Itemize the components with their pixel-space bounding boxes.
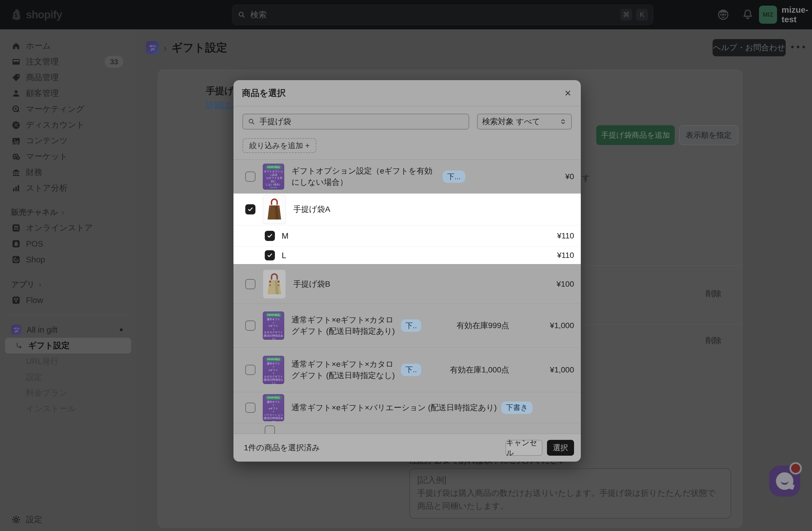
global-search-input[interactable] [250, 10, 616, 20]
product-row[interactable]: DEMO商品 通常ギフト × eギフト × カタログギフト (配送日時指定なし)… [233, 347, 581, 392]
store-avatar[interactable]: MIZ [759, 6, 777, 24]
cancel-button[interactable]: キャンセル [506, 440, 542, 456]
modal-footer: 1件の商品を選択済み キャンセル 選択 [233, 434, 581, 462]
chat-bubble-icon [776, 472, 793, 490]
sort-order-button[interactable]: 表示順を指定 [679, 125, 738, 145]
sidebar-item-markets[interactable]: $ マーケット [0, 149, 136, 165]
product-row[interactable]: DEMO商品 ギフトオプション設定 （eギフトを有効に しない場合） ギフトオプ… [233, 160, 581, 194]
product-thumbnail: DEMO商品 ギフトオプション設定 （eギフトを有効に しない場合） [263, 164, 284, 190]
sidebar-item-home[interactable]: ホーム [0, 38, 136, 54]
draft-badge: 下.. [401, 364, 421, 376]
shopify-bag-icon [11, 8, 23, 21]
search-scope-select[interactable]: 検索対象 すべて [477, 114, 572, 129]
shopify-wordmark: shopify [26, 9, 62, 21]
checkbox-checked[interactable] [265, 231, 275, 241]
variant-label: L [282, 251, 286, 260]
stock-text: 有効在庫999点 [456, 320, 509, 331]
sidebar-item-pricing-plan[interactable]: 料金プラン [0, 385, 136, 401]
shopify-logo[interactable]: shopify [11, 0, 62, 29]
add-filter-button[interactable]: 絞り込みを追加 + [243, 138, 316, 153]
product-thumbnail: DEMO商品 通常ギフト × eギフト × カタログギフト (配送日時指定あり) [263, 311, 284, 340]
notifications-bell-icon[interactable] [741, 9, 754, 21]
checkbox-unchecked[interactable] [245, 365, 256, 375]
help-contact-button[interactable]: ヘルプ・お問合わせ [712, 39, 786, 56]
draft-badge: 下.. [401, 319, 421, 332]
sidebar-item-discounts[interactable]: ディスカウント [0, 117, 136, 133]
select-chevrons-icon [560, 118, 567, 125]
product-row[interactable]: 手提げ袋B ¥100 [233, 264, 581, 304]
selected-count: 1件の商品を選択済み [244, 443, 320, 453]
sidebar-item-online-store[interactable]: オンラインストア [0, 220, 136, 236]
checkbox-checked[interactable] [265, 250, 275, 261]
product-title: 手提げ袋B [293, 279, 330, 290]
sidebar-item-settings[interactable]: 設定 [0, 512, 136, 528]
sidebar-item-url-issue[interactable]: URL発行 [0, 353, 136, 369]
sidebar-item-app-settings[interactable]: 設定 [0, 369, 136, 385]
modal-search-input[interactable] [259, 117, 464, 126]
sidebar-item-all-in-gift[interactable]: All ingift All in gift [0, 322, 136, 338]
draft-badge: 下書き [501, 402, 533, 414]
sidebar-item-install[interactable]: インストール [0, 401, 136, 417]
close-icon[interactable]: ✕ [561, 86, 575, 100]
variant-row[interactable]: L ¥110 [233, 246, 581, 264]
sidebar-item-analytics[interactable]: ストア分析 [0, 180, 136, 196]
variant-row[interactable]: M ¥110 [233, 225, 581, 246]
checkbox-unchecked[interactable] [265, 425, 275, 434]
checkbox-unchecked[interactable] [245, 279, 256, 289]
clipped-background-text: す [582, 173, 590, 183]
checkbox-unchecked[interactable] [245, 171, 256, 182]
product-row[interactable]: DEMO商品 通常ギフト × eギフト × カタログギフト (配送日時指定あり)… [233, 304, 581, 347]
checkbox-unchecked[interactable] [245, 321, 256, 331]
chevron-right-icon: › [39, 280, 41, 289]
global-search[interactable]: ⌘ K [232, 4, 653, 25]
add-bag-product-button[interactable]: 手提げ袋商品を追加 [596, 125, 675, 145]
cmd-keycap: ⌘ [620, 9, 632, 20]
select-button[interactable]: 選択 [547, 440, 574, 456]
home-icon [11, 41, 21, 51]
product-price: ¥0 [565, 172, 574, 181]
sidebar-item-flow[interactable]: Flow [0, 292, 136, 308]
store-name[interactable]: mizue-test [782, 0, 812, 29]
variant-label: M [282, 232, 288, 241]
sales-channels-header[interactable]: 販売チャネル › [0, 204, 136, 220]
delete-link[interactable]: 削除 [706, 335, 722, 346]
pos-icon [11, 239, 21, 249]
sidebar-item-finance[interactable]: 財務 [0, 165, 136, 180]
breadcrumb-app-icon[interactable]: All ingift [146, 41, 159, 54]
target-icon [11, 104, 21, 114]
sidebar-nav: ホーム 注文管理 33 商品管理 顧客管理 マーケティング ディスカウント コン… [0, 29, 136, 531]
person-icon [11, 88, 21, 98]
product-title: ギフトオプション設定（eギフトを有効にしない場合） [291, 165, 438, 188]
product-thumbnail [263, 195, 286, 224]
bag-image [266, 273, 282, 295]
modal-search-field[interactable] [243, 114, 469, 129]
product-row[interactable]: DEMO商品 通常ギフト × eギフト × バリエーション (配送日時指定あり)… [233, 392, 581, 423]
delete-link[interactable]: 削除 [706, 288, 722, 299]
checkbox-unchecked[interactable] [245, 403, 256, 413]
orders-count-badge: 33 [105, 56, 124, 68]
sidebar-item-pos[interactable]: POS [0, 236, 136, 252]
product-thumbnail: DEMO商品 通常ギフト × eギフト × バリエーション (配送日時指定あり) [263, 394, 284, 421]
product-price: ¥100 [556, 280, 574, 289]
sidebar-item-marketing[interactable]: マーケティング [0, 101, 136, 117]
orders-icon [11, 57, 21, 67]
product-row-selected[interactable]: 手提げ袋A [233, 194, 581, 225]
all-in-gift-app-icon: All ingift [11, 325, 21, 335]
gear-icon [11, 515, 21, 525]
stock-text: 有効在庫1,000点 [450, 365, 509, 375]
note-textarea[interactable] [409, 469, 731, 519]
checkbox-checked[interactable] [245, 204, 256, 214]
product-price: ¥1,000 [509, 365, 574, 374]
product-title: 通常ギフト×eギフト×カタログギフト (配送日時指定なし) [291, 359, 396, 381]
apps-header[interactable]: アプリ › [0, 277, 136, 292]
sidebar-item-content[interactable]: コンテンツ [0, 133, 136, 149]
sidebar-item-products[interactable]: 商品管理 [0, 70, 136, 85]
sidebar-item-customers[interactable]: 顧客管理 [0, 85, 136, 101]
product-row-partial[interactable] [233, 423, 581, 434]
more-actions-button[interactable] [791, 46, 805, 48]
inbox-assistant-icon[interactable] [717, 9, 729, 21]
sidebar-item-gift-settings[interactable]: ギフト設定 [5, 338, 131, 353]
sidebar-item-shop[interactable]: Shop [0, 252, 136, 267]
product-title: 通常ギフト×eギフト×バリエーション (配送日時指定あり) [291, 402, 497, 413]
sidebar-item-orders[interactable]: 注文管理 33 [0, 54, 136, 70]
